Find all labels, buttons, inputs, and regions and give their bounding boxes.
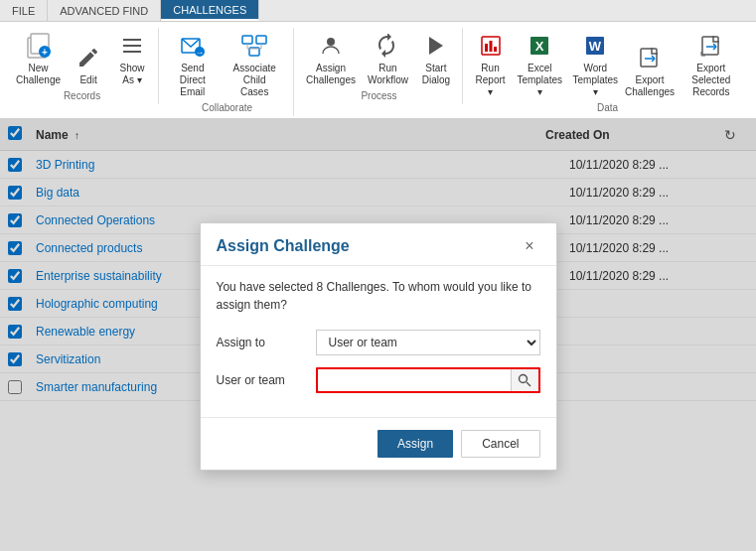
run-report-icon — [475, 30, 507, 62]
excel-templates-label: ExcelTemplates ▾ — [517, 63, 562, 98]
start-dialog-icon — [420, 30, 452, 62]
collaborate-group-label: Collaborate — [202, 100, 252, 116]
svg-marker-18 — [429, 37, 443, 55]
close-button[interactable]: × — [519, 235, 539, 257]
new-challenge-button[interactable]: + NewChallenge — [12, 28, 65, 88]
svg-rect-22 — [494, 47, 497, 52]
run-workflow-icon — [372, 30, 403, 62]
tab-advanced-find[interactable]: ADVANCED FIND — [48, 0, 161, 21]
word-templates-button[interactable]: W WordTemplates ▾ — [569, 28, 621, 100]
ribbon-group-data: RunReport ▾ X ExcelTemplates ▾ W WordTem… — [465, 28, 750, 116]
show-as-label: ShowAs ▾ — [120, 63, 145, 86]
word-templates-label: WordTemplates ▾ — [572, 63, 618, 98]
run-workflow-label: RunWorkflow — [368, 63, 408, 86]
assign-challenges-label: AssignChallenges — [306, 63, 356, 86]
word-templates-icon: W — [579, 30, 611, 62]
send-direct-email-icon: → — [177, 30, 209, 62]
start-dialog-label: StartDialog — [422, 63, 450, 86]
records-group-label: Records — [64, 88, 100, 104]
run-report-label: RunReport ▾ — [475, 63, 506, 98]
export-challenges-label: ExportChallenges — [625, 74, 675, 98]
tab-challenges[interactable]: CHALLENGES — [161, 0, 259, 21]
svg-rect-11 — [256, 36, 266, 44]
run-report-button[interactable]: RunReport ▾ — [471, 28, 510, 100]
edit-button[interactable]: Edit — [69, 40, 108, 88]
assign-to-row: Assign to User or team — [217, 330, 540, 355]
modal-overlay: Assign Challenge × You have selected 8 C… — [0, 119, 756, 551]
new-challenge-label: NewChallenge — [16, 63, 61, 86]
modal-title: Assign Challenge — [217, 237, 350, 255]
send-direct-email-button[interactable]: → Send DirectEmail — [167, 28, 219, 100]
send-direct-email-label: Send DirectEmail — [171, 63, 215, 98]
svg-rect-4 — [123, 39, 141, 41]
svg-rect-10 — [242, 36, 252, 44]
svg-text:→: → — [195, 48, 204, 58]
export-challenges-icon — [634, 42, 666, 73]
assign-challenges-button[interactable]: AssignChallenges — [302, 28, 360, 88]
ribbon-group-records: + NewChallenge Edit ShowAs ▾ Re — [6, 28, 159, 104]
user-or-team-row: User or team — [217, 367, 540, 393]
export-selected-button[interactable]: Export SelectedRecords — [679, 28, 744, 100]
svg-text:+: + — [42, 47, 48, 58]
modal-footer: Assign Cancel — [201, 417, 556, 470]
svg-rect-5 — [123, 45, 141, 47]
show-as-button[interactable]: ShowAs ▾ — [112, 28, 152, 88]
assign-challenges-icon — [315, 30, 347, 62]
assign-challenge-modal: Assign Challenge × You have selected 8 C… — [200, 222, 557, 471]
main-content: Name ↑ Created On ↻ 3D Printing 10/11/20… — [0, 119, 756, 551]
data-group-label: Data — [597, 100, 618, 116]
modal-description: You have selected 8 Challenges. To whom … — [217, 278, 540, 314]
associate-child-icon — [238, 30, 270, 62]
export-selected-icon — [695, 30, 727, 62]
associate-child-label: Associate ChildCases — [227, 63, 283, 98]
svg-text:X: X — [535, 39, 544, 54]
export-challenges-button[interactable]: ExportChallenges — [625, 40, 674, 100]
assign-button[interactable]: Assign — [378, 430, 453, 458]
start-dialog-button[interactable]: StartDialog — [416, 28, 456, 88]
assign-to-control: User or team — [316, 330, 540, 355]
svg-point-17 — [327, 38, 335, 46]
ribbon-group-collaborate: → Send DirectEmail Associate ChildCases … — [161, 28, 294, 116]
modal-body: You have selected 8 Challenges. To whom … — [201, 266, 556, 417]
associate-child-button[interactable]: Associate ChildCases — [223, 28, 287, 100]
svg-line-36 — [527, 382, 530, 386]
new-challenge-icon: + — [23, 30, 55, 62]
svg-rect-21 — [489, 41, 492, 52]
show-as-icon — [116, 30, 148, 62]
tab-file[interactable]: FILE — [0, 0, 48, 21]
svg-text:W: W — [589, 39, 602, 54]
cancel-button[interactable]: Cancel — [461, 430, 539, 458]
run-workflow-button[interactable]: RunWorkflow — [364, 28, 412, 88]
excel-templates-button[interactable]: X ExcelTemplates ▾ — [514, 28, 565, 100]
process-group-label: Process — [361, 88, 396, 104]
user-team-search-button[interactable] — [511, 369, 538, 391]
edit-label: Edit — [79, 74, 96, 86]
user-or-team-label: User or team — [217, 373, 316, 387]
ribbon-group-process: AssignChallenges RunWorkflow StartDialog… — [296, 28, 463, 104]
ribbon: + NewChallenge Edit ShowAs ▾ Re — [0, 22, 756, 119]
svg-rect-20 — [485, 44, 488, 52]
user-team-search-wrapper — [316, 367, 540, 393]
user-team-search-input[interactable] — [318, 369, 511, 391]
excel-templates-icon: X — [524, 30, 555, 62]
edit-icon — [73, 42, 104, 73]
search-icon — [518, 373, 531, 387]
assign-to-label: Assign to — [217, 336, 316, 349]
export-selected-label: Export SelectedRecords — [682, 63, 740, 98]
svg-point-35 — [520, 374, 528, 382]
svg-rect-6 — [123, 51, 141, 53]
modal-header: Assign Challenge × — [201, 223, 556, 266]
user-or-team-control — [316, 367, 540, 393]
assign-to-select[interactable]: User or team — [316, 330, 540, 355]
